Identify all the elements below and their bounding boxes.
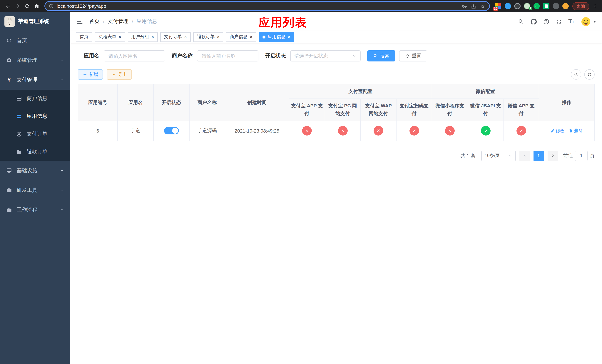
reset-button[interactable]: 重置 (399, 50, 427, 62)
extension-icon-2[interactable] (505, 3, 511, 9)
tag-home[interactable]: 首页 (76, 32, 92, 42)
delete-link[interactable]: 删除 (569, 128, 583, 134)
cell-merchant: 芋道源码 (189, 121, 225, 141)
merchant-name-input[interactable] (197, 50, 258, 62)
export-button[interactable]: 导出 (107, 69, 132, 80)
address-bar[interactable]: localhost:1024/pay/app (44, 1, 490, 11)
browser-reload-button[interactable] (22, 1, 32, 11)
close-icon[interactable]: × (217, 34, 220, 39)
cell-app-name: 芋道 (118, 121, 153, 141)
col-created: 创建时间 (225, 84, 289, 121)
tag-process-form[interactable]: 流程表单× (95, 32, 125, 42)
page-content: 应用名 商户名称 开启状态 请选择开启状态 (70, 43, 602, 364)
url-text[interactable]: localhost:1024/pay/app (57, 3, 462, 9)
help-icon[interactable] (543, 18, 549, 25)
col-app-id: 应用编号 (78, 84, 118, 121)
sidebar-item-system[interactable]: 系统管理 (0, 50, 70, 70)
sidebar-item-infrastructure[interactable]: 基础设施 (0, 161, 70, 180)
gear-icon (6, 57, 12, 63)
toolbox-icon (6, 207, 12, 213)
search-icon[interactable] (518, 18, 524, 25)
browser-back-button[interactable] (3, 1, 13, 11)
sidebar-item-workflow[interactable]: 工作流程 (0, 200, 70, 220)
edit-icon (550, 129, 554, 133)
sidebar-item-payment-orders[interactable]: 支付订单 (0, 125, 70, 143)
sidebar-item-merchant-info[interactable]: 商户信息 (0, 90, 70, 107)
refresh-table-button[interactable] (584, 69, 595, 80)
goto-page-input[interactable] (575, 151, 588, 161)
extension-icon-1[interactable]: 10 (495, 3, 501, 9)
fullscreen-icon[interactable] (556, 18, 562, 25)
status-select[interactable]: 请选择开启状态 (290, 50, 361, 62)
tag-app-info[interactable]: 应用信息× (259, 32, 294, 42)
close-icon[interactable]: × (118, 34, 121, 39)
extension-badge-red: 10 (493, 7, 498, 11)
tag-refund-orders[interactable]: 退款订单× (193, 32, 224, 42)
app-name-input[interactable] (104, 50, 165, 62)
password-key-icon[interactable] (462, 3, 467, 9)
user-avatar-menu[interactable] (580, 16, 596, 27)
breadcrumb-payment[interactable]: 支付管理 (108, 18, 129, 25)
download-icon (111, 72, 116, 77)
close-icon[interactable]: × (250, 34, 252, 39)
sidebar-item-home[interactable]: 首页 (0, 31, 70, 50)
extension-icon-5[interactable] (534, 3, 540, 9)
col-wechat-mini: 微信小程序支付 (432, 99, 468, 121)
extension-badge-green: 1 (529, 7, 532, 10)
edit-link[interactable]: 修改 (550, 128, 564, 134)
font-size-icon[interactable]: TT (568, 19, 574, 24)
search-button[interactable]: 搜索 (367, 50, 395, 62)
tag-merchant-info[interactable]: 商户信息× (226, 32, 256, 42)
config-enabled-icon (481, 126, 490, 136)
sidebar-item-payment[interactable]: ¥ 支付管理 (0, 70, 70, 90)
navbar-right-menu: TT (518, 16, 596, 27)
chevron-up-icon (60, 78, 64, 82)
extension-icon-3[interactable] (514, 3, 521, 9)
breadcrumb-home[interactable]: 首页 (89, 18, 100, 25)
bookmark-star-icon[interactable] (480, 3, 485, 9)
close-icon[interactable]: × (288, 34, 290, 39)
config-disabled-icon (409, 126, 419, 136)
logo-image (4, 16, 15, 27)
extension-icon-8[interactable] (562, 3, 569, 9)
browser-menu-button[interactable] (591, 1, 599, 11)
chevron-left-icon (522, 153, 527, 158)
browser-forward-button[interactable] (13, 1, 22, 11)
refresh-icon (405, 54, 410, 58)
add-button[interactable]: 新增 (78, 69, 103, 80)
monitor-icon (6, 168, 12, 173)
tag-user-group[interactable]: 用户分组× (128, 32, 158, 42)
browser-update-button[interactable]: 更新 (572, 2, 589, 10)
chevron-down-icon (508, 154, 512, 158)
filter-form: 应用名 商户名称 开启状态 请选择开启状态 (78, 50, 595, 62)
github-icon[interactable] (531, 18, 537, 25)
sidebar-item-refund-orders[interactable]: 退款订单 (0, 143, 70, 161)
browser-home-button[interactable] (32, 1, 42, 11)
status-toggle[interactable] (164, 127, 179, 135)
credit-card-icon (16, 96, 22, 101)
sidebar-item-app-info[interactable]: 应用信息 (0, 107, 70, 125)
close-icon[interactable]: × (151, 34, 154, 39)
prev-page-button[interactable] (519, 151, 530, 161)
app-logo[interactable]: 芋道管理系统 (0, 12, 70, 31)
extension-icon-4[interactable]: 1 (524, 3, 530, 9)
close-icon[interactable]: × (184, 34, 187, 39)
trash-icon (569, 129, 573, 133)
chevron-down-icon (60, 58, 64, 62)
toggle-search-button[interactable] (571, 69, 581, 80)
search-icon (574, 72, 579, 77)
page-number-1[interactable]: 1 (534, 151, 544, 161)
share-icon[interactable] (471, 3, 476, 9)
next-page-button[interactable] (548, 151, 558, 161)
extension-icon-6[interactable] (543, 3, 549, 9)
hamburger-icon[interactable] (76, 18, 83, 25)
config-disabled-icon (445, 126, 455, 136)
sidebar-item-dev-tools[interactable]: 研发工具 (0, 180, 70, 200)
search-icon (373, 54, 378, 58)
site-info-icon[interactable] (49, 4, 54, 9)
tag-payment-orders[interactable]: 支付订单× (160, 32, 191, 42)
page-size-select[interactable]: 10条/页 (481, 151, 516, 161)
tags-view-bar: 首页 流程表单× 用户分组× 支付订单× 退款订单× 商户信息× 应用信息× (70, 31, 602, 43)
extension-icon-7[interactable] (553, 3, 559, 9)
group-alipay-config: 支付宝配置 (289, 84, 432, 99)
